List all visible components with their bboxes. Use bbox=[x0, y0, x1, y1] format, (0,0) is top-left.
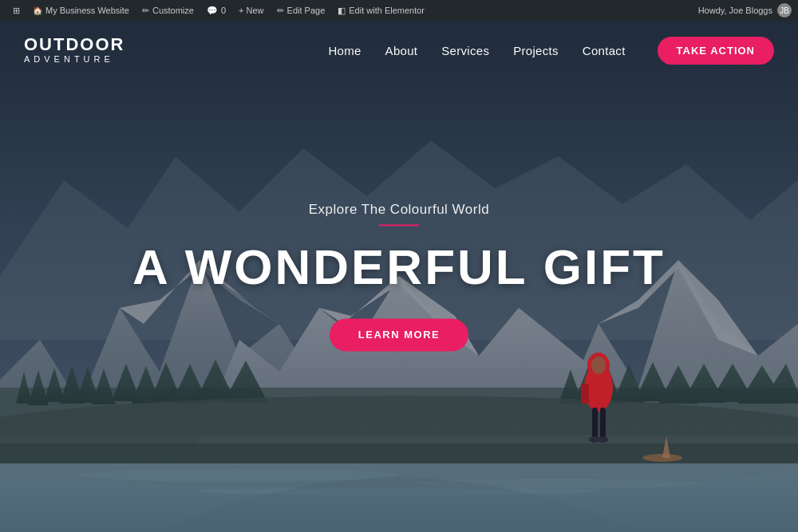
hero-section: OUTDOOR ADVENTURE Home About Services Pr… bbox=[0, 21, 798, 532]
nav-links: Home About Services Projects Contact TAK… bbox=[328, 37, 774, 65]
edit-elementor-item[interactable]: ◧ Edit with Elementor bbox=[331, 0, 431, 21]
svg-rect-47 bbox=[581, 384, 589, 404]
nav-services[interactable]: Services bbox=[441, 44, 489, 57]
howdy-label: Howdy, Joe Bloggs bbox=[698, 6, 772, 15]
customize-item[interactable]: ✏ Customize bbox=[136, 0, 200, 21]
hero-content: Explore The Colourful World A WONDERFUL … bbox=[120, 202, 678, 351]
svg-point-42 bbox=[591, 357, 606, 374]
hero-subtitle: Explore The Colourful World bbox=[120, 202, 678, 218]
admin-bar-right: Howdy, Joe Bloggs JB bbox=[698, 3, 792, 18]
customize-icon: ✏ bbox=[142, 6, 149, 16]
wp-logo-item[interactable]: ⊞ bbox=[6, 0, 26, 21]
take-action-button[interactable]: TAKE ACTION bbox=[658, 37, 774, 65]
edit-elementor-label: Edit with Elementor bbox=[349, 6, 425, 15]
navbar: OUTDOOR ADVENTURE Home About Services Pr… bbox=[0, 21, 798, 81]
site-name-item[interactable]: 🏠 My Business Website bbox=[26, 0, 136, 21]
hero-title: A WONDERFUL GIFT bbox=[120, 240, 678, 294]
nav-projects[interactable]: Projects bbox=[513, 44, 559, 57]
edit-page-icon: ✏ bbox=[277, 6, 284, 16]
wp-icon: ⊞ bbox=[13, 6, 20, 16]
learn-more-button[interactable]: LEARN MORE bbox=[330, 318, 468, 351]
nav-home[interactable]: Home bbox=[328, 44, 361, 57]
comments-item[interactable]: 💬 0 bbox=[200, 0, 232, 21]
comments-count: 0 bbox=[221, 6, 226, 15]
nav-about[interactable]: About bbox=[385, 44, 418, 57]
edit-page-label: Edit Page bbox=[287, 6, 326, 15]
svg-point-46 bbox=[597, 436, 608, 443]
comments-icon: 💬 bbox=[207, 6, 218, 16]
logo-line2: ADVENTURE bbox=[24, 53, 124, 65]
elementor-icon: ◧ bbox=[338, 6, 346, 16]
new-label: + New bbox=[239, 6, 264, 15]
nav-contact[interactable]: Contact bbox=[583, 44, 626, 57]
logo-line1: OUTDOOR bbox=[24, 36, 124, 53]
svg-rect-43 bbox=[592, 408, 598, 439]
logo[interactable]: OUTDOOR ADVENTURE bbox=[24, 36, 124, 65]
customize-label: Customize bbox=[152, 6, 194, 15]
new-item[interactable]: + New bbox=[232, 0, 271, 21]
avatar: JB bbox=[777, 3, 792, 18]
hero-subtitle-divider bbox=[379, 224, 419, 226]
edit-page-item[interactable]: ✏ Edit Page bbox=[271, 0, 332, 21]
svg-rect-44 bbox=[600, 408, 606, 439]
site-name-label: My Business Website bbox=[45, 6, 129, 15]
admin-bar: ⊞ 🏠 My Business Website ✏ Customize 💬 0 … bbox=[0, 0, 798, 21]
site-icon: 🏠 bbox=[33, 6, 42, 15]
